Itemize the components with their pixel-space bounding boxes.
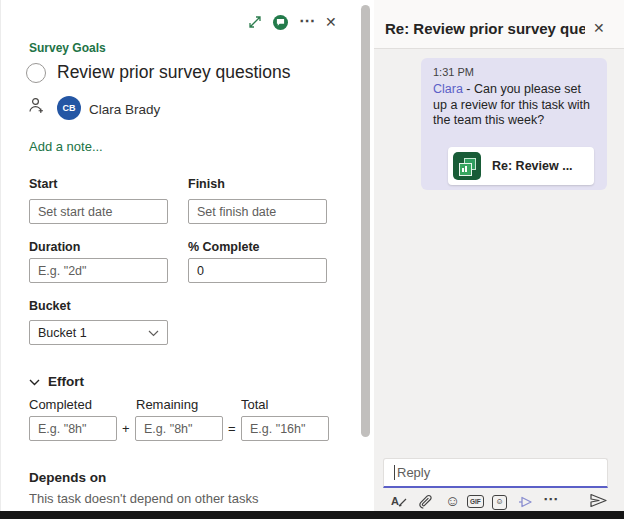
start-date-input[interactable] (29, 199, 168, 224)
planner-task-detail-window: ⋯ ✕ Survey Goals Review prior survey que… (0, 0, 624, 519)
task-detail-panel: ⋯ ✕ Survey Goals Review prior survey que… (0, 0, 374, 511)
percent-complete-input[interactable] (188, 258, 327, 283)
depends-on-label: Depends on (29, 470, 106, 485)
effort-section-toggle[interactable]: Effort (29, 372, 84, 390)
plan-name[interactable]: Survey Goals (29, 41, 106, 55)
bucket-select[interactable]: Bucket 1 (29, 320, 168, 345)
percent-complete-label: % Complete (188, 240, 260, 254)
window-bottom-bar (0, 511, 624, 519)
finish-date-input[interactable] (188, 199, 327, 224)
emoji-icon[interactable]: ☺ (445, 492, 460, 509)
scrollbar-thumb[interactable] (361, 5, 370, 437)
chat-close-icon[interactable]: ✕ (593, 20, 605, 36)
composer-more-icon[interactable]: ⋯ (543, 490, 559, 508)
chevron-down-icon (29, 372, 40, 390)
assignee-name: Clara Brady (89, 102, 160, 117)
text-caret (394, 465, 395, 480)
attach-icon[interactable] (419, 494, 433, 510)
effort-total-input[interactable] (241, 416, 329, 441)
start-label: Start (29, 177, 57, 191)
expand-icon[interactable] (248, 15, 262, 33)
plus-sign: + (122, 421, 130, 436)
finish-label: Finish (188, 177, 225, 191)
bucket-label: Bucket (29, 299, 71, 313)
open-chat-icon[interactable] (273, 15, 288, 30)
planner-app-icon (453, 152, 481, 180)
message-timestamp: 1:31 PM (433, 66, 595, 78)
gif-icon[interactable]: GIF (467, 495, 484, 508)
chat-title: Re: Review prior survey ques... (385, 20, 585, 37)
duration-label: Duration (29, 240, 80, 254)
chevron-down-icon (148, 326, 159, 340)
more-options-icon[interactable]: ⋯ (299, 11, 316, 30)
send-icon[interactable] (589, 493, 608, 508)
chat-bubble-icon (276, 18, 285, 27)
equals-sign: = (228, 421, 236, 436)
bucket-value: Bucket 1 (38, 326, 87, 340)
stream-icon[interactable] (518, 495, 533, 509)
task-card-title: Re: Review ... (492, 159, 573, 173)
task-title[interactable]: Review prior survey questions (57, 62, 290, 83)
task-link-card[interactable]: Re: Review ... (448, 147, 594, 185)
add-note-link[interactable]: Add a note... (29, 139, 103, 154)
effort-completed-input[interactable] (29, 416, 117, 441)
close-icon[interactable]: ✕ (325, 14, 337, 30)
depends-on-text: This task doesn't depend on other tasks (29, 491, 258, 506)
remaining-label: Remaining (136, 397, 198, 412)
message-sender-link[interactable]: Clara (433, 82, 463, 96)
add-assignee-icon[interactable] (28, 97, 44, 118)
completed-label: Completed (29, 397, 92, 412)
format-icon[interactable]: A (391, 494, 407, 507)
duration-input[interactable] (29, 258, 168, 283)
reply-input[interactable]: Reply (383, 458, 608, 488)
total-label: Total (241, 397, 268, 412)
sticker-icon[interactable]: ☺ (492, 495, 507, 510)
assignee-avatar[interactable]: CB (57, 96, 81, 120)
effort-label: Effort (48, 374, 84, 389)
task-complete-checkbox[interactable] (26, 63, 46, 83)
reply-placeholder: Reply (397, 465, 430, 480)
message-text: Clara - Can you please set up a review f… (433, 82, 595, 129)
effort-remaining-input[interactable] (135, 416, 223, 441)
